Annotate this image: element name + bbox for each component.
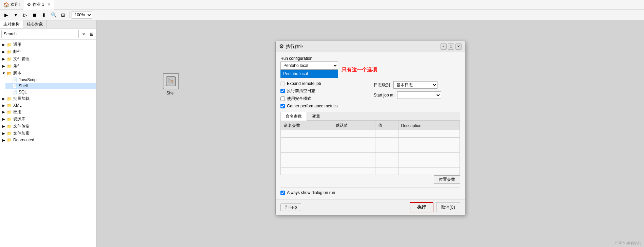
tree-label-app: 应用	[13, 109, 21, 115]
options-section: Expand remote job 执行前清空日志 使用安全模式	[280, 81, 460, 108]
options-right: 日志级别 基本日志 详细 调试 错误 无 Start job	[374, 81, 460, 108]
tree-label-sql: SQL	[19, 90, 27, 94]
left-tab-core[interactable]: 核心对象	[23, 20, 47, 28]
folder-icon-deprecated: 📁	[7, 138, 12, 142]
help-button[interactable]: ? Help	[280, 204, 301, 211]
tree-item-filetrans[interactable]: ▶ 📁 文件传输	[0, 123, 96, 130]
footer-right: 执行 取消(C)	[410, 202, 460, 212]
left-tab-main-label: 主对象树	[3, 21, 20, 27]
tab-job1[interactable]: ⚙ 作业 1 ✕	[23, 0, 54, 10]
tree-arrow-fileenc: ▶	[1, 131, 6, 135]
table-row	[281, 130, 460, 138]
checkbox-safe-mode-label: 使用安全模式	[287, 96, 311, 102]
checkbox-clear-log-label: 执行前清空日志	[287, 88, 315, 94]
table-cell	[375, 138, 398, 145]
tree-item-batchload[interactable]: ▶ 📁 批量加载	[0, 95, 96, 102]
table-row	[281, 138, 460, 145]
run-step-button[interactable]: ▷	[21, 11, 29, 19]
table-cell	[281, 130, 333, 138]
help-label: Help	[289, 205, 297, 210]
tree-item-xml[interactable]: ▶ 📁 XML	[0, 102, 96, 108]
center-canvas[interactable]: 🐚 Shell ⚙ 执行作业 − □ ✕	[97, 20, 644, 247]
params-table-container: 命名参数 默认值 值 Description	[280, 121, 460, 175]
col-header-value: 值	[375, 121, 398, 130]
tab-welcome[interactable]: 🏠 欢迎!	[0, 0, 23, 9]
zoom-select[interactable]: 100% 50% 75% 125% 150% 200%	[72, 11, 92, 19]
search-clear-button[interactable]: ✕	[80, 31, 87, 37]
log-level-select[interactable]: 基本日志 详细 调试 错误 无	[393, 81, 437, 89]
job-icon: ⚙	[27, 2, 31, 7]
tree-arrow-general: ▶	[1, 43, 6, 47]
run-button[interactable]: ▶	[2, 11, 10, 19]
footer-left: ? Help	[280, 204, 301, 211]
table-cell	[375, 167, 398, 175]
folder-icon-script: 📂	[7, 71, 12, 76]
tree-item-repo[interactable]: ▶ 📁 资源库	[0, 116, 96, 123]
tree-arrow-filemanage: ▶	[1, 57, 6, 61]
checkbox-expand-remote-input[interactable]	[280, 82, 285, 86]
run-config-select[interactable]: Pentaho local	[280, 61, 338, 70]
tree-label-repo: 资源库	[13, 116, 25, 122]
checkbox-safe-mode: 使用安全模式	[280, 96, 367, 102]
cancel-button[interactable]: 取消(C)	[436, 202, 460, 212]
tree-item-fileenc[interactable]: ▶ 📁 文件加密	[0, 130, 96, 137]
tree-item-general[interactable]: ▶ 📁 通用	[0, 41, 96, 48]
search-input[interactable]	[1, 30, 79, 38]
start-job-select[interactable]	[397, 91, 441, 99]
toolbar: ▶ ▾ ▷ ⏹ ⏸ 🔍 ⊞ 100% 50% 75% 125% 150% 200…	[0, 10, 644, 20]
inner-tab-named-params[interactable]: 命名参数	[280, 112, 307, 121]
table-cell	[281, 153, 333, 160]
grid-button[interactable]: ⊞	[59, 11, 67, 19]
run-config-label: Run configuration:	[280, 56, 460, 61]
tab-job1-close[interactable]: ✕	[47, 2, 51, 7]
left-panel-tabs: 主对象树 核心对象	[0, 20, 96, 29]
help-icon: ?	[285, 205, 287, 210]
main-layout: 主对象树 核心对象 ✕ ⊞ ▶ 📁 通用 ▶ 📁 邮件	[0, 20, 644, 247]
always-show-label: Always show dialog on run	[287, 190, 335, 195]
tree-arrow-repo: ▶	[1, 117, 6, 121]
tree-item-shell[interactable]: 📄 Shell	[5, 83, 96, 89]
dialog-maximize-button[interactable]: □	[448, 43, 454, 50]
folder-icon-batchload: 📁	[7, 96, 12, 101]
always-show-checkbox[interactable]	[280, 191, 285, 195]
annotation-text: 只有这一个选项	[341, 67, 377, 73]
dropdown-item-pentaho-local[interactable]: Pentaho local	[281, 70, 337, 77]
stop-button[interactable]: ⏹	[31, 11, 39, 19]
position-params-button[interactable]: 位置参数	[434, 175, 460, 184]
execute-button[interactable]: 执行	[410, 202, 433, 212]
dialog-minimize-button[interactable]: −	[441, 43, 447, 50]
pause-button[interactable]: ⏸	[40, 11, 48, 19]
folder-icon-app: 📁	[7, 110, 12, 114]
tree-item-deprecated[interactable]: ▶ 📁 Deprecated	[0, 137, 96, 143]
tree-item-mail[interactable]: ▶ 📁 邮件	[0, 48, 96, 55]
run-config-section: Run configuration: Pentaho local Pentaho…	[280, 56, 460, 78]
tree-item-condition[interactable]: ▶ 📁 条件	[0, 63, 96, 70]
table-cell	[333, 153, 375, 160]
left-tab-main[interactable]: 主对象树	[0, 20, 23, 28]
tree-arrow-batchload: ▶	[1, 97, 6, 101]
run-config-dropdown[interactable]: Pentaho local Pentaho local	[280, 61, 338, 78]
run-dropdown-button[interactable]: ▾	[12, 11, 20, 19]
tree-label-filetrans: 文件传输	[13, 123, 30, 129]
checkbox-clear-log-input[interactable]	[280, 89, 285, 93]
folder-icon-mail: 📁	[7, 50, 12, 54]
dialog-title-text: 执行作业	[286, 43, 304, 50]
script-icon-sql: 📄	[12, 90, 17, 94]
tree-label-general: 通用	[13, 42, 21, 48]
tree-label-batchload: 批量加载	[13, 96, 30, 102]
checkbox-gather-metrics-input[interactable]	[280, 104, 285, 108]
dialog-close-button[interactable]: ✕	[455, 43, 462, 50]
preview-button[interactable]: 🔍	[50, 11, 58, 19]
tree-item-sql[interactable]: 📄 SQL	[5, 89, 96, 95]
inner-tab-variables-label: 变量	[312, 114, 320, 119]
run-config-row: Pentaho local Pentaho local 只有这一个选项	[280, 61, 460, 78]
col-header-name: 命名参数	[281, 121, 333, 130]
search-layout-button[interactable]: ⊞	[88, 31, 95, 37]
tree-item-filemanage[interactable]: ▶ 📁 文件管理	[0, 55, 96, 63]
checkbox-safe-mode-input[interactable]	[280, 96, 285, 101]
inner-tab-named-params-label: 命名参数	[286, 114, 302, 119]
tree-item-script[interactable]: ▼ 📂 脚本	[0, 70, 96, 77]
tree-item-app[interactable]: ▶ 📁 应用	[0, 108, 96, 116]
tree-item-javascript[interactable]: 📄 JavaScript	[5, 77, 96, 83]
inner-tab-variables[interactable]: 变量	[307, 112, 325, 121]
